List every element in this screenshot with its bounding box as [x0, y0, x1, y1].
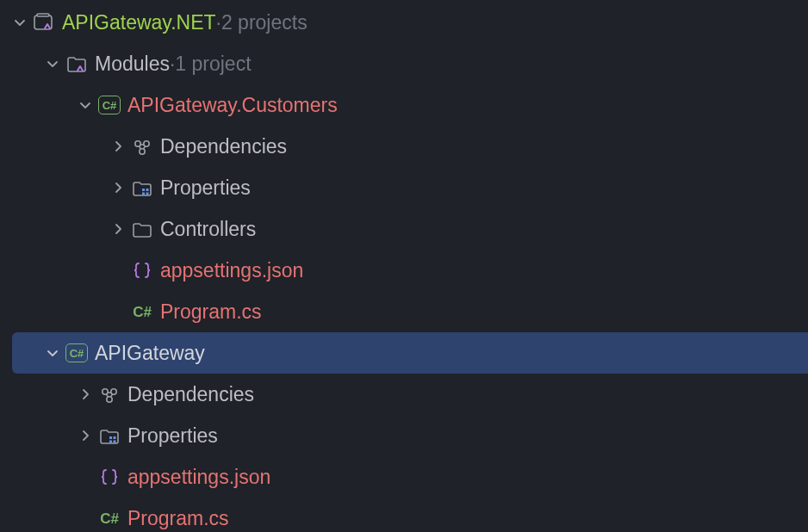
chevron-right-icon[interactable] — [110, 139, 126, 154]
chevron-right-icon[interactable] — [110, 180, 126, 195]
chevron-down-icon[interactable] — [12, 15, 28, 30]
tree-item-properties[interactable]: Properties — [0, 415, 808, 456]
json-file-icon — [131, 259, 153, 281]
tree-item-label: Controllers — [160, 218, 256, 241]
tree-item-project-customers[interactable]: C# APIGateway.Customers — [0, 84, 808, 126]
chevron-down-icon[interactable] — [45, 56, 60, 71]
tree-item-label: APIGateway.Customers — [127, 94, 338, 117]
tree-item-label: Modules — [95, 53, 170, 76]
tree-item-label: appsettings.json — [127, 466, 270, 489]
tree-item-dependencies[interactable]: Dependencies — [0, 126, 808, 167]
tree-item-meta: 1 project — [175, 53, 251, 76]
tree-item-meta: 2 projects — [221, 11, 308, 34]
csharp-project-icon: C# — [98, 94, 121, 116]
dependencies-icon — [131, 135, 153, 158]
tree-item-solution[interactable]: APIGateway.NET · 2 projects — [0, 2, 808, 43]
tree-item-label: APIGateway — [95, 342, 205, 365]
tree-item-label: Dependencies — [160, 135, 287, 158]
tree-item-modules[interactable]: Modules · 1 project — [0, 43, 808, 84]
tree-item-label: Program.cs — [160, 300, 262, 324]
tree-item-program[interactable]: C# Program.cs — [0, 291, 808, 332]
json-file-icon — [98, 466, 121, 488]
tree-item-label: Properties — [160, 176, 251, 200]
tree-item-label: Dependencies — [127, 383, 254, 406]
properties-folder-icon — [98, 424, 121, 447]
csharp-file-icon: C# — [131, 300, 153, 323]
tree-item-project-gateway[interactable]: C# APIGateway — [12, 332, 808, 374]
chevron-down-icon[interactable] — [78, 97, 93, 113]
chevron-right-icon[interactable] — [78, 428, 93, 443]
tree-item-controllers[interactable]: Controllers — [0, 208, 808, 250]
chevron-right-icon[interactable] — [78, 387, 93, 402]
tree-item-appsettings[interactable]: appsettings.json — [0, 250, 808, 291]
folder-icon — [131, 218, 153, 240]
tree-item-label: Program.cs — [127, 507, 229, 530]
tree-item-label: Properties — [127, 424, 218, 448]
csharp-file-icon: C# — [98, 507, 121, 529]
tree-item-dependencies[interactable]: Dependencies — [0, 374, 808, 415]
tree-item-label: APIGateway.NET — [62, 11, 216, 34]
tree-item-properties[interactable]: Properties — [0, 167, 808, 208]
tree-item-program[interactable]: C# Program.cs — [0, 498, 808, 532]
tree-item-appsettings[interactable]: appsettings.json — [0, 456, 808, 498]
properties-folder-icon — [131, 176, 153, 199]
csharp-project-icon: C# — [65, 342, 88, 364]
solution-folder-icon — [65, 53, 88, 75]
tree-item-label: appsettings.json — [160, 259, 303, 282]
solution-icon — [33, 11, 55, 34]
chevron-right-icon[interactable] — [110, 221, 126, 237]
dependencies-icon — [98, 383, 121, 405]
chevron-down-icon[interactable] — [45, 345, 60, 361]
